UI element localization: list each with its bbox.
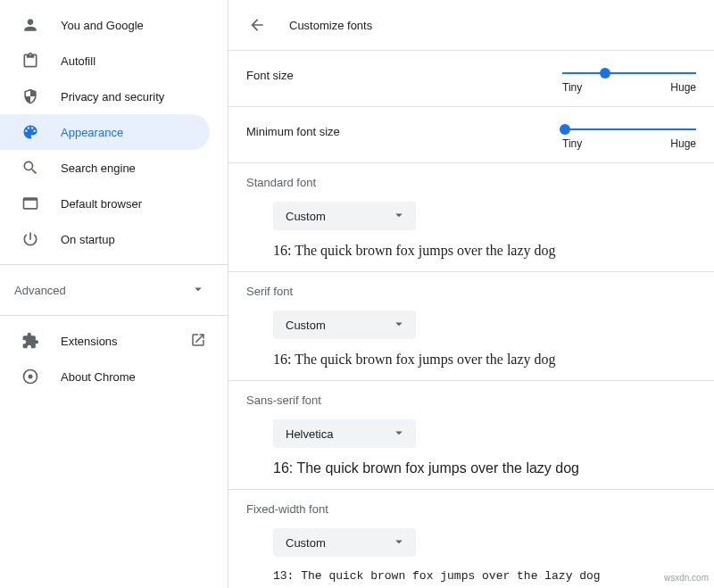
sidebar-item-label: On startup [61, 233, 115, 246]
about-label: About Chrome [61, 370, 136, 384]
main-panel: Customize fonts Font size Tiny Huge Mini… [228, 0, 714, 588]
shield-icon [21, 87, 39, 105]
watermark: wsxdn.com [664, 573, 709, 583]
divider [0, 315, 228, 316]
slider-max-label: Huge [670, 81, 696, 94]
extensions-label: Extensions [61, 335, 118, 348]
min-font-size-row: Minimum font size Tiny Huge [228, 106, 714, 162]
sidebar-item-label: Default browser [61, 197, 142, 211]
slider-min-label: Tiny [562, 81, 582, 94]
font-size-slider[interactable] [562, 72, 696, 74]
standard-font-dropdown[interactable]: Custom [273, 202, 416, 230]
chevron-down-icon [391, 534, 407, 552]
slider-thumb[interactable] [600, 68, 610, 79]
sidebar-item-label: Appearance [61, 126, 123, 139]
dropdown-value: Custom [286, 210, 326, 223]
chevron-down-icon [391, 425, 407, 443]
chevron-down-icon [391, 207, 407, 226]
open-in-new-icon [190, 332, 206, 351]
mono-font-preview: 13: The quick brown fox jumps over the l… [273, 569, 696, 583]
settings-sidebar: You and Google Autofill Privacy and secu… [0, 0, 228, 588]
sidebar-item-appearance[interactable]: Appearance [0, 114, 210, 150]
serif-font-section: Serif font Custom 16: The quick brown fo… [228, 271, 714, 380]
sidebar-item-default-browser[interactable]: Default browser [0, 186, 210, 221]
sidebar-item-about-chrome[interactable]: About Chrome [0, 359, 228, 394]
sidebar-item-search-engine[interactable]: Search engine [0, 150, 210, 186]
dropdown-value: Helvetica [286, 427, 333, 441]
dropdown-value: Custom [286, 536, 326, 550]
sidebar-item-on-startup[interactable]: On startup [0, 221, 210, 257]
power-icon [21, 230, 39, 248]
sans-font-section: Sans-serif font Helvetica 16: The quick … [228, 380, 714, 489]
sidebar-item-label: Privacy and security [61, 90, 164, 104]
advanced-label: Advanced [14, 284, 66, 297]
serif-font-dropdown[interactable]: Custom [273, 311, 416, 339]
serif-font-label: Serif font [246, 285, 696, 298]
mono-font-section: Fixed-width font Custom 13: The quick br… [228, 489, 714, 588]
sans-font-label: Sans-serif font [246, 393, 696, 407]
page-title: Customize fonts [289, 19, 372, 32]
min-font-size-slider[interactable] [562, 128, 696, 130]
divider [0, 264, 228, 265]
browser-icon [21, 195, 39, 212]
sidebar-item-privacy[interactable]: Privacy and security [0, 79, 210, 114]
page-header: Customize fonts [228, 0, 714, 50]
advanced-toggle[interactable]: Advanced [0, 272, 228, 308]
back-button[interactable] [246, 14, 268, 36]
chevron-down-icon [190, 281, 206, 300]
sidebar-item-autofill[interactable]: Autofill [0, 43, 210, 79]
min-font-size-label: Minimum font size [246, 120, 340, 138]
serif-font-preview: 16: The quick brown fox jumps over the l… [273, 352, 696, 368]
chevron-down-icon [391, 316, 407, 335]
sidebar-item-extensions[interactable]: Extensions [0, 323, 228, 359]
svg-point-1 [29, 375, 33, 379]
person-icon [21, 16, 39, 34]
slider-min-label: Tiny [562, 137, 582, 150]
sidebar-item-label: Search engine [61, 161, 136, 175]
slider-max-label: Huge [670, 137, 696, 150]
sans-font-preview: 16: The quick brown fox jumps over the l… [273, 460, 696, 476]
standard-font-preview: 16: The quick brown fox jumps over the l… [273, 243, 696, 259]
mono-font-label: Fixed-width font [246, 502, 696, 516]
clipboard-icon [21, 52, 39, 70]
sidebar-item-you-and-google[interactable]: You and Google [0, 7, 210, 43]
sans-font-dropdown[interactable]: Helvetica [273, 419, 416, 448]
mono-font-dropdown[interactable]: Custom [273, 528, 416, 557]
search-icon [21, 159, 39, 177]
sidebar-item-label: Autofill [61, 54, 95, 68]
standard-font-section: Standard font Custom 16: The quick brown… [228, 162, 714, 271]
sidebar-item-label: You and Google [61, 19, 144, 32]
standard-font-label: Standard font [246, 176, 696, 189]
dropdown-value: Custom [286, 319, 326, 332]
font-size-row: Font size Tiny Huge [228, 50, 714, 106]
extension-icon [21, 332, 39, 350]
slider-thumb[interactable] [560, 124, 570, 135]
chrome-icon [21, 368, 39, 385]
font-size-label: Font size [246, 63, 294, 82]
palette-icon [21, 123, 39, 141]
